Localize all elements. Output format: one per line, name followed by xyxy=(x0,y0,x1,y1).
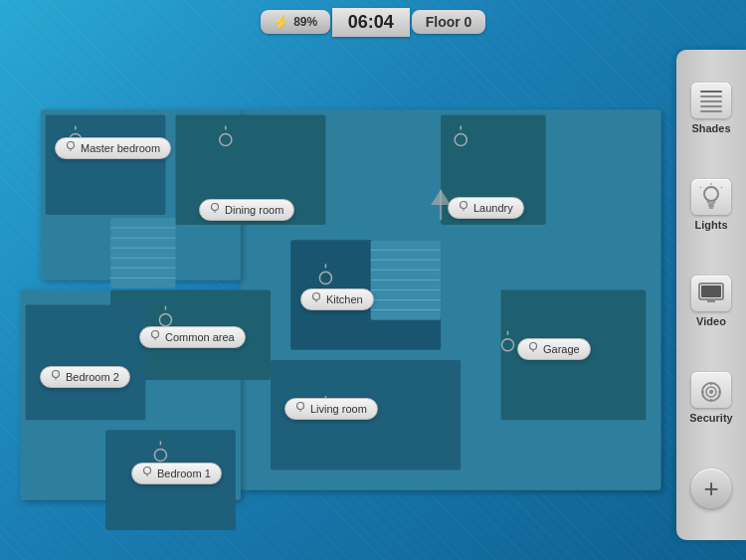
svg-point-47 xyxy=(68,142,75,149)
room-light-icon-laundry xyxy=(459,201,468,215)
room-label-living-room[interactable]: Living room xyxy=(284,398,378,420)
lights-label: Lights xyxy=(695,219,728,231)
svg-point-62 xyxy=(530,343,537,350)
lights-icon xyxy=(691,179,731,215)
room-light-icon-common-area xyxy=(150,330,160,344)
svg-rect-77 xyxy=(700,105,722,107)
room-light-icon-kitchen xyxy=(311,292,321,306)
shades-label: Shades xyxy=(691,122,730,134)
room-label-dining-room[interactable]: Dining room xyxy=(199,199,294,221)
svg-point-50 xyxy=(212,204,219,211)
svg-rect-74 xyxy=(700,91,722,93)
room-label-laundry[interactable]: Laundry xyxy=(448,197,524,219)
svg-point-56 xyxy=(313,293,320,300)
room-name-kitchen: Kitchen xyxy=(326,293,363,305)
battery-widget: ⚡ 89% xyxy=(261,10,330,34)
svg-point-79 xyxy=(704,187,718,201)
room-light-icon-master-bedroom xyxy=(66,141,76,155)
room-light-icon-bedroom2 xyxy=(51,370,61,384)
svg-line-83 xyxy=(700,187,701,188)
room-label-bedroom2[interactable]: Bedroom 2 xyxy=(40,366,130,388)
room-name-living-room: Living room xyxy=(310,403,367,415)
battery-icon: ⚡ xyxy=(273,14,289,30)
room-name-bedroom1: Bedroom 1 xyxy=(157,467,211,479)
time-display: 06:04 xyxy=(332,8,410,37)
sidebar-item-lights[interactable]: Lights xyxy=(681,173,741,237)
floor-selector[interactable]: Floor 0 xyxy=(412,10,486,34)
svg-rect-75 xyxy=(700,95,722,97)
room-name-dining-room: Dining room xyxy=(225,204,283,216)
security-label: Security xyxy=(689,412,732,424)
svg-point-53 xyxy=(461,202,467,209)
sidebar-item-shades[interactable]: Shades xyxy=(681,77,741,140)
video-label: Video xyxy=(696,315,726,327)
svg-point-59 xyxy=(152,331,159,338)
add-button-container[interactable]: + xyxy=(681,463,741,514)
room-label-garage[interactable]: Garage xyxy=(517,338,591,360)
battery-percentage: 89% xyxy=(293,15,317,29)
svg-rect-86 xyxy=(701,285,721,297)
floorplan-area: Master bedroomDining roomLaundryKitchenC… xyxy=(10,50,671,540)
svg-point-71 xyxy=(144,467,151,474)
svg-rect-3 xyxy=(46,114,166,215)
room-name-garage: Garage xyxy=(543,343,580,355)
shades-icon xyxy=(691,83,731,118)
room-label-common-area[interactable]: Common area xyxy=(139,326,246,348)
svg-rect-9 xyxy=(26,305,146,421)
svg-rect-78 xyxy=(700,110,722,112)
room-light-icon-bedroom1 xyxy=(142,467,152,480)
svg-rect-76 xyxy=(700,100,722,102)
room-label-master-bedroom[interactable]: Master bedroom xyxy=(55,137,171,159)
top-bar: ⚡ 89% 06:04 Floor 0 xyxy=(0,0,746,44)
room-label-bedroom1[interactable]: Bedroom 1 xyxy=(131,463,222,484)
room-name-bedroom2: Bedroom 2 xyxy=(66,371,119,383)
svg-line-84 xyxy=(721,187,722,188)
video-icon xyxy=(691,276,731,311)
room-name-laundry: Laundry xyxy=(473,202,513,214)
room-label-kitchen[interactable]: Kitchen xyxy=(300,288,374,310)
room-name-common-area: Common area xyxy=(165,331,235,343)
sidebar: Shades Lights Vid xyxy=(676,50,746,540)
sidebar-item-video[interactable]: Video xyxy=(681,270,741,333)
svg-point-65 xyxy=(53,371,60,378)
sidebar-item-security[interactable]: Security xyxy=(681,366,741,430)
add-icon: + xyxy=(703,475,718,501)
add-button[interactable]: + xyxy=(691,468,731,508)
room-light-icon-garage xyxy=(528,342,538,356)
room-light-icon-living-room xyxy=(295,402,305,416)
room-name-master-bedroom: Master bedroom xyxy=(81,142,160,154)
room-light-icon-dining-room xyxy=(210,203,220,217)
svg-point-68 xyxy=(297,403,304,410)
security-icon xyxy=(691,372,731,408)
